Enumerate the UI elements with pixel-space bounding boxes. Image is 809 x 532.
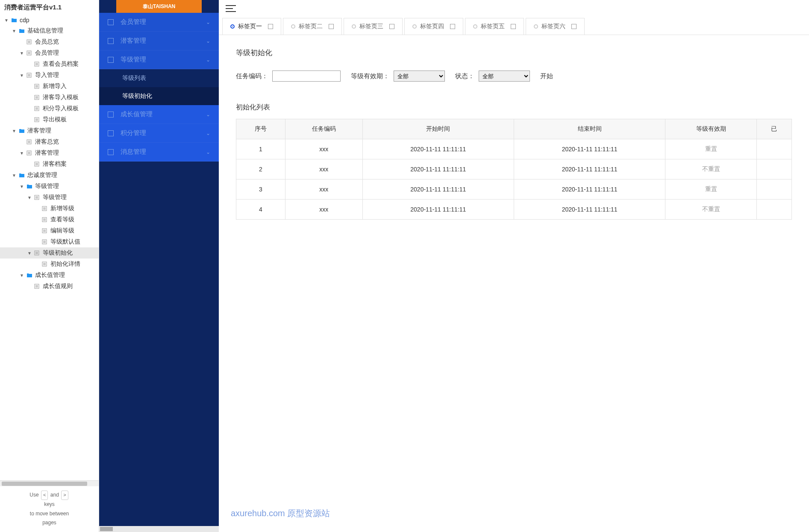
tree-node[interactable]: 等级默认值 — [0, 236, 99, 247]
task-code-input[interactable] — [272, 71, 341, 82]
tree-node[interactable]: 查看等级 — [0, 214, 99, 225]
tree-toggle-icon[interactable] — [26, 161, 32, 167]
tree-toggle-icon[interactable] — [19, 139, 25, 145]
tree-toggle-icon[interactable] — [26, 94, 32, 100]
tree-toggle-icon[interactable] — [34, 206, 40, 212]
tab[interactable]: 标签页三 — [344, 18, 403, 35]
tree-toggle-icon[interactable]: ▼ — [11, 128, 17, 134]
menu-toggle-icon[interactable] — [226, 5, 236, 13]
tree-node[interactable]: ▼会员管理 — [0, 47, 99, 59]
table-cell: 3 — [236, 179, 285, 200]
table-cell: 2020-11-11 11:11:11 — [362, 139, 514, 159]
mid-horizontal-scrollbar[interactable] — [99, 526, 219, 532]
page-tree[interactable]: ▼cdp▼基础信息管理会员总览▼会员管理查看会员档案▼导入管理新增导入潜客导入模… — [0, 15, 99, 480]
tree-toggle-icon[interactable]: ▼ — [19, 183, 25, 189]
tree-toggle-icon[interactable]: ▼ — [11, 172, 17, 178]
tree-node[interactable]: 新增等级 — [0, 203, 99, 214]
file-icon — [34, 194, 41, 200]
tree-toggle-icon[interactable] — [19, 39, 25, 45]
tree-toggle-icon[interactable] — [26, 61, 32, 67]
nav-subitem[interactable]: 等级初始化 — [99, 87, 219, 105]
table-cell — [756, 139, 791, 159]
tree-node[interactable]: 成长值规则 — [0, 281, 99, 292]
tree-node[interactable]: 新增导入 — [0, 81, 99, 92]
nav-subitem[interactable]: 等级列表 — [99, 69, 219, 87]
tree-toggle-icon[interactable]: ▼ — [19, 50, 25, 56]
tree-toggle-icon[interactable]: ▼ — [19, 150, 25, 156]
nav-item-label: 等级管理 — [121, 56, 206, 64]
tree-toggle-icon[interactable] — [34, 217, 40, 223]
tree-label: 编辑等级 — [50, 227, 74, 235]
key-prev: < — [41, 491, 48, 500]
tree-node[interactable]: ▼潜客管理 — [0, 125, 99, 136]
chevron-down-icon: ⌄ — [206, 130, 210, 136]
tree-node[interactable]: 编辑等级 — [0, 225, 99, 236]
tree-label: 等级初始化 — [43, 249, 73, 257]
tree-toggle-icon[interactable]: ▼ — [3, 17, 9, 23]
scrollbar-thumb[interactable] — [100, 527, 113, 531]
tree-toggle-icon[interactable]: ▼ — [19, 72, 25, 78]
tree-node[interactable]: 潜客档案 — [0, 159, 99, 170]
tree-node[interactable]: ▼潜客管理 — [0, 147, 99, 159]
tree-toggle-icon[interactable] — [26, 117, 32, 123]
tab[interactable]: 标签页四 — [404, 18, 463, 35]
tree-node[interactable]: ▼等级初始化 — [0, 247, 99, 259]
tab[interactable]: 标签页一 — [222, 18, 281, 35]
tree-node[interactable]: ▼导入管理 — [0, 70, 99, 81]
tab[interactable]: 标签页二 — [283, 18, 342, 35]
scrollbar-thumb[interactable] — [2, 482, 87, 486]
tab-close-icon[interactable] — [511, 24, 516, 29]
tree-toggle-icon[interactable] — [34, 228, 40, 234]
status-select[interactable]: 全部 — [479, 71, 530, 82]
tree-toggle-icon[interactable] — [26, 106, 32, 112]
tab-close-icon[interactable] — [268, 24, 273, 29]
tree-toggle-icon[interactable] — [34, 239, 40, 245]
tab[interactable]: 标签页五 — [465, 18, 524, 35]
nav-item[interactable]: 等级管理⌄ — [99, 50, 219, 69]
table-row[interactable]: 3xxx2020-11-11 11:11:112020-11-11 11:11:… — [236, 179, 792, 200]
tree-label: cdp — [20, 17, 29, 24]
tree-toggle-icon[interactable]: ▼ — [26, 250, 32, 256]
tree-toggle-icon[interactable]: ▼ — [11, 28, 17, 34]
tab-close-icon[interactable] — [389, 24, 394, 29]
tree-node[interactable]: 初始化详情 — [0, 259, 99, 270]
tree-node[interactable]: ▼基础信息管理 — [0, 25, 99, 36]
tree-node[interactable]: 导出模板 — [0, 114, 99, 125]
tab-close-icon[interactable] — [450, 24, 455, 29]
tree-node[interactable]: ▼等级管理 — [0, 192, 99, 203]
nav-item[interactable]: 潜客管理⌄ — [99, 32, 219, 50]
file-icon — [26, 50, 33, 56]
tree-toggle-icon[interactable] — [34, 261, 40, 267]
tree-node[interactable]: ▼忠诚度管理 — [0, 170, 99, 181]
tree-node[interactable]: 会员总览 — [0, 36, 99, 47]
filter-validity: 等级有效期 全部 — [351, 71, 445, 82]
tab-radio-icon — [473, 24, 477, 29]
tab[interactable]: 标签页六 — [526, 18, 585, 35]
tree-toggle-icon[interactable] — [26, 83, 32, 89]
tree-horizontal-scrollbar[interactable] — [0, 480, 99, 486]
tree-toggle-icon[interactable]: ▼ — [19, 272, 25, 278]
filter-label: 任务编码 — [236, 72, 268, 80]
nav-item[interactable]: 成长值管理⌄ — [99, 105, 219, 124]
tree-node[interactable]: 潜客导入模板 — [0, 92, 99, 103]
tree-toggle-icon[interactable] — [26, 283, 32, 289]
tree-node[interactable]: ▼等级管理 — [0, 181, 99, 192]
tree-node[interactable]: 潜客总览 — [0, 136, 99, 147]
nav-item[interactable]: 会员管理⌄ — [99, 13, 219, 32]
nav-item[interactable]: 积分管理⌄ — [99, 124, 219, 143]
table-cell: 重置 — [665, 139, 757, 159]
table-header: 等级有效期 — [665, 119, 757, 139]
tab-close-icon[interactable] — [329, 24, 334, 29]
validity-select[interactable]: 全部 — [394, 71, 445, 82]
table-row[interactable]: 1xxx2020-11-11 11:11:112020-11-11 11:11:… — [236, 139, 792, 159]
tree-node[interactable]: ▼cdp — [0, 15, 99, 25]
tree-node[interactable]: 查看会员档案 — [0, 59, 99, 70]
tab-close-icon[interactable] — [571, 24, 577, 29]
tree-node[interactable]: 积分导入模板 — [0, 103, 99, 114]
table-row[interactable]: 4xxx2020-11-11 11:11:112020-11-11 11:11:… — [236, 200, 792, 220]
tree-toggle-icon[interactable]: ▼ — [26, 194, 32, 200]
table-row[interactable]: 2xxx2020-11-11 11:11:112020-11-11 11:11:… — [236, 159, 792, 179]
tree-node[interactable]: ▼成长值管理 — [0, 270, 99, 281]
nav-item[interactable]: 消息管理⌄ — [99, 143, 219, 162]
tree-label: 初始化详情 — [50, 260, 80, 268]
